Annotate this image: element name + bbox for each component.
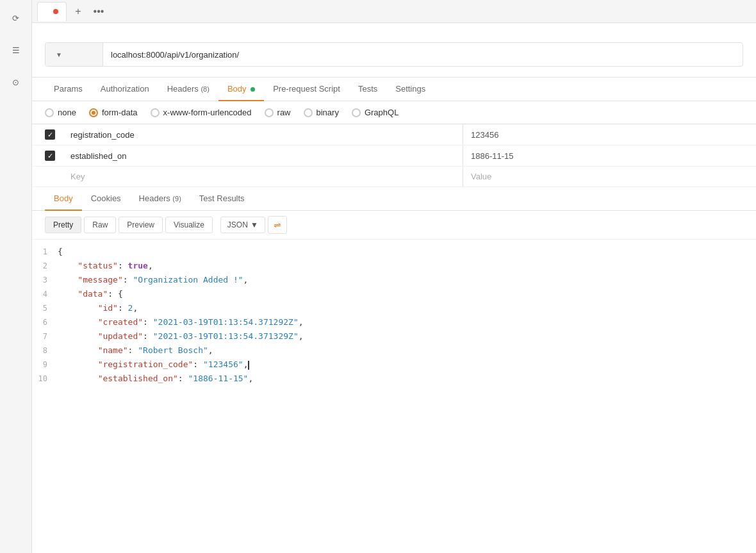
resp-tab-body[interactable]: Body	[45, 187, 82, 211]
team-icon[interactable]: ⊙	[6, 72, 26, 92]
code-line-10: 10 "established_on": "1886-11-15",	[32, 372, 756, 386]
resp-tab-cookies[interactable]: Cookies	[82, 187, 130, 211]
wrap-button[interactable]: ⇌	[268, 216, 287, 234]
code-line-6: 6 "created": "2021-03-19T01:13:54.371292…	[32, 315, 756, 329]
form-row-empty: Key Value	[32, 167, 756, 187]
url-bar: ▼	[45, 42, 743, 67]
radio-formdata[interactable]: form-data	[89, 108, 138, 117]
view-visualize-button[interactable]: Visualize	[165, 217, 213, 233]
tab-tests[interactable]: Tests	[349, 78, 386, 101]
collection-icon[interactable]: ☰	[6, 40, 26, 60]
radio-formdata-circle	[89, 108, 98, 117]
radio-none-label: none	[58, 108, 76, 117]
tab-unsaved-dot	[53, 9, 58, 14]
form-row-1-checkbox[interactable]	[45, 129, 55, 140]
tab-params[interactable]: Params	[45, 78, 92, 101]
radio-graphql[interactable]: GraphQL	[352, 108, 399, 117]
code-line-2: 2 "status": true,	[32, 259, 756, 273]
request-tab[interactable]	[37, 2, 67, 21]
form-row-empty-check	[32, 167, 63, 187]
radio-raw[interactable]: raw	[265, 108, 291, 117]
form-row-2-value[interactable]: 1886-11-15	[463, 145, 756, 167]
request-area: ▼	[32, 23, 756, 78]
main-content: + ••• ▼ Params Authorization Headers (8)…	[32, 0, 756, 553]
form-row-1: registration_code 123456	[32, 124, 756, 145]
form-row-2-checkbox[interactable]	[45, 151, 55, 161]
form-row-2: established_on 1886-11-15	[32, 145, 756, 167]
resp-tab-test-results[interactable]: Test Results	[190, 187, 254, 211]
format-select[interactable]: JSON ▼	[220, 217, 265, 233]
new-tab-button[interactable]: +	[69, 3, 87, 21]
format-arrow: ▼	[251, 220, 258, 229]
form-row-empty-key[interactable]: Key	[63, 167, 463, 187]
radio-raw-label: raw	[277, 108, 291, 117]
body-options: none form-data x-www-form-urlencoded raw…	[32, 101, 756, 124]
code-line-9: 9 "registration_code": "123456",	[32, 358, 756, 372]
method-select[interactable]: ▼	[45, 43, 103, 66]
tab-prerequest[interactable]: Pre-request Script	[264, 78, 349, 101]
resp-tab-headers[interactable]: Headers (9)	[130, 187, 190, 211]
format-label: JSON	[227, 220, 248, 229]
form-row-2-key[interactable]: established_on	[63, 145, 463, 167]
request-tabs: Params Authorization Headers (8) Body Pr…	[32, 78, 756, 101]
history-icon[interactable]: ⟳	[6, 8, 26, 28]
radio-urlencoded-label: x-www-form-urlencoded	[163, 108, 252, 117]
radio-binary-label: binary	[316, 108, 339, 117]
radio-formdata-label: form-data	[102, 108, 138, 117]
resp-toolbar: Pretty Raw Preview Visualize JSON ▼ ⇌	[32, 211, 756, 240]
radio-graphql-label: GraphQL	[365, 108, 399, 117]
tab-settings[interactable]: Settings	[386, 78, 434, 101]
response-area: Body Cookies Headers (9) Test Results Pr…	[32, 187, 756, 553]
url-input[interactable]	[103, 50, 743, 60]
tab-body[interactable]: Body	[218, 78, 264, 101]
form-row-1-key[interactable]: registration_code	[63, 124, 463, 145]
radio-graphql-circle	[352, 108, 361, 117]
tab-headers[interactable]: Headers (8)	[158, 78, 218, 101]
form-row-1-value[interactable]: 123456	[463, 124, 756, 145]
response-tabs: Body Cookies Headers (9) Test Results	[32, 187, 756, 211]
form-row-1-check[interactable]	[32, 124, 63, 145]
more-tabs-button[interactable]: •••	[90, 3, 108, 21]
code-line-3: 3 "message": "Organization Added !",	[32, 273, 756, 287]
radio-raw-circle	[265, 108, 274, 117]
tab-bar: + •••	[32, 0, 756, 23]
code-line-1: 1 {	[32, 245, 756, 259]
code-line-8: 8 "name": "Robert Bosch",	[32, 343, 756, 358]
form-row-empty-value[interactable]: Value	[463, 167, 756, 187]
code-area: 1 { 2 "status": true, 3 "message": "Orga…	[32, 240, 756, 553]
view-pretty-button[interactable]: Pretty	[45, 217, 81, 233]
view-raw-button[interactable]: Raw	[84, 217, 116, 233]
sidebar: ⟳☰⊙	[0, 0, 32, 553]
radio-none-circle	[45, 108, 54, 117]
code-line-5: 5 "id": 2,	[32, 301, 756, 315]
code-line-7: 7 "updated": "2021-03-19T01:13:54.371329…	[32, 329, 756, 343]
view-preview-button[interactable]: Preview	[119, 217, 163, 233]
radio-binary[interactable]: binary	[304, 108, 339, 117]
form-row-2-check[interactable]	[32, 145, 63, 167]
radio-urlencoded[interactable]: x-www-form-urlencoded	[151, 108, 252, 117]
radio-binary-circle	[304, 108, 313, 117]
tab-authorization[interactable]: Authorization	[92, 78, 158, 101]
radio-urlencoded-circle	[151, 108, 160, 117]
form-table: registration_code 123456 established_on …	[32, 124, 756, 187]
radio-none[interactable]: none	[45, 108, 76, 117]
code-line-4: 4 "data": {	[32, 287, 756, 301]
method-dropdown-arrow: ▼	[56, 51, 62, 58]
